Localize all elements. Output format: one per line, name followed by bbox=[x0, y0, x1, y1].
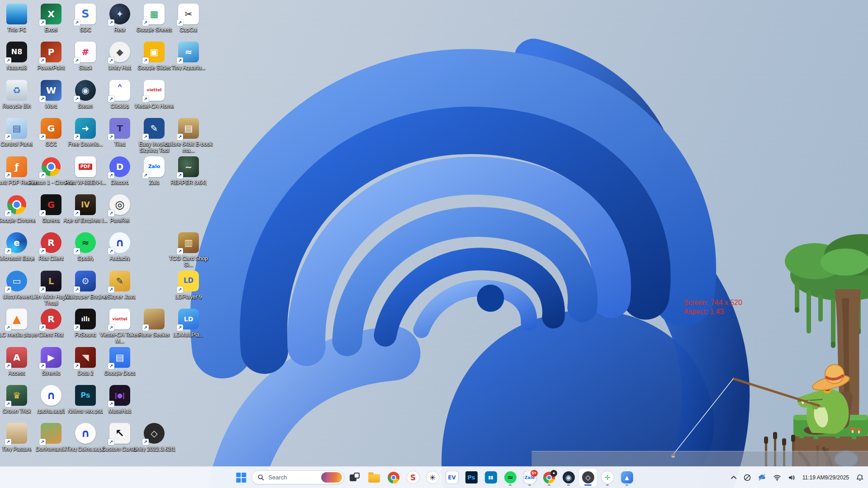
onedrive-paused-icon[interactable] bbox=[755, 469, 769, 487]
search-box[interactable]: Search bbox=[252, 470, 344, 484]
shortcut-arrow-icon: ↗ bbox=[5, 363, 11, 369]
trello-icon: ▮▮ bbox=[485, 471, 497, 483]
chrome-profile-button[interactable]: ● bbox=[540, 469, 558, 487]
trello-button[interactable]: ▮▮ bbox=[482, 469, 500, 487]
shortcut-arrow-icon: ↗ bbox=[142, 19, 149, 26]
chrome-button[interactable] bbox=[385, 469, 403, 487]
desktop-icon-ldplayer-9[interactable]: LD↗LDPlayer 9 bbox=[164, 271, 213, 300]
clock[interactable]: 11:19 AM 9/29/2025 bbox=[800, 469, 852, 487]
photos-icon: ▲ bbox=[621, 471, 633, 483]
file-explorer-button[interactable] bbox=[365, 469, 383, 487]
shortcut-arrow-icon: ↗ bbox=[5, 248, 11, 254]
desktop-icon-label: Tiny Aquariu... bbox=[171, 65, 206, 71]
desktop-icon-tcg-card-shop-si[interactable]: ▥↗TCG Card Shop Si... bbox=[164, 232, 213, 268]
clock-date: 9/29/2025 bbox=[825, 474, 849, 481]
desktop-icon-tiny-aquariu[interactable]: ≈↗Tiny Aquariu... bbox=[164, 42, 213, 71]
notification-bell-z-icon[interactable]: z bbox=[854, 469, 866, 487]
task-view-icon bbox=[350, 473, 360, 483]
wifi-icon[interactable] bbox=[771, 469, 783, 487]
start-button[interactable] bbox=[232, 469, 250, 487]
desktop-icon-label: SDC bbox=[80, 27, 91, 33]
ev-office-button[interactable]: EV bbox=[443, 469, 461, 487]
shortcut-arrow-icon: ↗ bbox=[108, 324, 114, 331]
fishing-line bbox=[673, 379, 733, 455]
hidden-icons-chevron[interactable] bbox=[728, 469, 739, 487]
sdc-icon: S bbox=[407, 471, 419, 483]
zalo-button[interactable]: Zalo5+ bbox=[521, 469, 539, 487]
chatgpt-icon: ✳ bbox=[426, 471, 439, 483]
shortcut-arrow-icon: ↗ bbox=[5, 210, 11, 216]
desktop-icon-unity-2022-3-62f1[interactable]: ◇↗Unity 2022.3.62f1 bbox=[129, 423, 179, 452]
spotify-button[interactable]: ≈ bbox=[501, 469, 519, 487]
running-indicator bbox=[548, 484, 551, 486]
reaper-x64-icon: ~↗ bbox=[178, 156, 199, 177]
shortcut-arrow-icon: ↗ bbox=[142, 96, 149, 102]
eye-off-icon[interactable] bbox=[741, 469, 754, 487]
easy-invoice-signing-tool-icon: ✎↗ bbox=[144, 118, 165, 139]
desktop-icon-label: Steam bbox=[78, 103, 94, 109]
word-icon: W↗ bbox=[41, 80, 61, 101]
desktop-icon-esigner-java[interactable]: ✎↗eSigner Java bbox=[95, 271, 145, 300]
running-indicator bbox=[509, 484, 512, 486]
bottom-overlay-bar[interactable] bbox=[532, 451, 868, 466]
shortcut-arrow-icon: ↗ bbox=[39, 96, 46, 102]
shortcut-arrow-icon: ↗ bbox=[74, 363, 80, 369]
natural8-icon: N8↗ bbox=[6, 42, 27, 62]
shortcut-arrow-icon: ↗ bbox=[39, 248, 46, 254]
shortcut-arrow-icon: ↗ bbox=[74, 210, 80, 216]
microsoft-edge-icon: e↗ bbox=[6, 232, 27, 253]
desktop-icon-ldmultipla[interactable]: LD↗LDMultiPla... bbox=[164, 309, 213, 338]
pet-game-window[interactable]: Screen: 744 x 520 Aspect: 1.43 bbox=[532, 231, 868, 466]
shortcut-arrow-icon: ↗ bbox=[177, 172, 183, 178]
ldmultipla-icon: LD↗ bbox=[178, 309, 199, 329]
desktop-icon-label: Google Docs bbox=[104, 370, 135, 376]
tiny-aquariu-icon: ≈↗ bbox=[178, 42, 199, 62]
search-placeholder: Search bbox=[269, 474, 317, 481]
search-icon bbox=[258, 474, 264, 481]
desktop-icon-musehub[interactable]: |●|↗MuseHub bbox=[95, 385, 145, 414]
chatgpt-button[interactable]: ✳ bbox=[424, 469, 442, 487]
running-indicator bbox=[528, 484, 531, 486]
rune-seeker-icon: ↗ bbox=[144, 309, 165, 329]
desktop-icon-pureref[interactable]: ◎↗PureRef bbox=[95, 194, 145, 224]
shortcut-arrow-icon: ↗ bbox=[177, 248, 183, 254]
shortcut-arrow-icon: ↗ bbox=[39, 363, 46, 369]
dorfromantik-icon: ↗ bbox=[41, 423, 61, 444]
desktop-icon-label: LDMultiPla... bbox=[173, 332, 204, 338]
desktop-icon-google-docs[interactable]: ▤↗Google Docs bbox=[95, 347, 145, 376]
google-slides-icon: ▣↗ bbox=[144, 42, 165, 62]
task-view-button[interactable] bbox=[346, 469, 364, 487]
shortcut-arrow-icon: ↗ bbox=[142, 57, 149, 64]
running-indicator bbox=[626, 484, 628, 486]
google-sheets-icon: ▦↗ bbox=[144, 4, 165, 24]
photoshop-button[interactable]: Ps bbox=[462, 469, 481, 487]
desktop-icon-audacity[interactable]: ∩↗Audacity bbox=[95, 232, 145, 262]
gcc-icon: G↗ bbox=[41, 118, 61, 139]
desktop-icon-capcut[interactable]: ✂↗CapCut bbox=[164, 4, 213, 33]
svg-text:z: z bbox=[862, 474, 863, 477]
volume-icon[interactable] bbox=[785, 469, 798, 487]
desktop-icon-reaper-x64[interactable]: ~↗REAPER (x64) bbox=[164, 156, 213, 186]
shortcut-arrow-icon: ↗ bbox=[74, 19, 80, 26]
desktop-icon-viettel-ca-home[interactable]: viettel↗Viettel-CA Home bbox=[129, 80, 179, 109]
steam-button[interactable]: ◉ bbox=[560, 469, 578, 487]
desktop-icon-calibre-64bit-e-book-ma[interactable]: ▤↗calibre 64bit E-book ma... bbox=[164, 118, 213, 154]
desktop-icon-label: Viettel-CA Home bbox=[134, 103, 174, 109]
ev-icon: EV bbox=[446, 471, 458, 483]
print-w-8ben-i-icon: PDF bbox=[75, 156, 96, 177]
audacity-icon: ∩↗ bbox=[109, 232, 130, 253]
sdc-button[interactable]: S bbox=[404, 469, 422, 487]
shortcut-arrow-icon: ↗ bbox=[74, 134, 80, 140]
desktop-icon-label: TCG Card Shop Si... bbox=[164, 255, 213, 268]
unity-button[interactable]: ◇ bbox=[579, 469, 597, 487]
desktop-icon-label: calibre 64bit E-book ma... bbox=[164, 141, 213, 154]
excel-icon: X↗ bbox=[41, 4, 61, 24]
slack-button[interactable]: ✛ bbox=[599, 469, 617, 487]
photos-button[interactable]: ▲ bbox=[618, 469, 636, 487]
vlc-media-player-icon: ▲↗ bbox=[6, 309, 27, 329]
desktop-icon-label: Riot Client bbox=[38, 255, 63, 262]
foxit-pdf-reader-icon: ƒ↗ bbox=[6, 156, 27, 177]
search-highlight-image[interactable] bbox=[321, 472, 342, 483]
nhims-vex-psd-icon: Ps bbox=[75, 385, 96, 406]
desktop-icon-label: Tiled bbox=[114, 141, 126, 147]
